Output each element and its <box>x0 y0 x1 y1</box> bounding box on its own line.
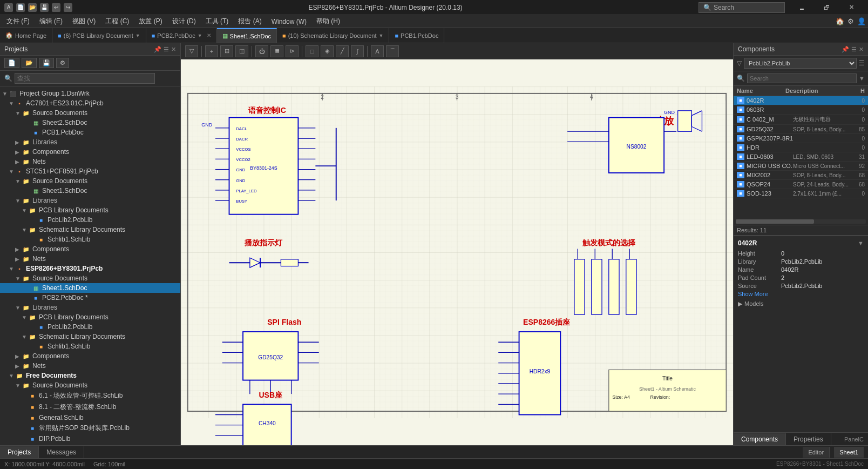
titlebar-search[interactable]: 🔍 Search <box>699 2 785 13</box>
tree-esp8266-pcblib-folder[interactable]: ▼ 📁 PCB Library Documents <box>0 312 180 322</box>
tree-free-docs[interactable]: ▼ 📁 Free Documents <box>0 371 180 380</box>
tree-ac7801-project[interactable]: ▼ ▪ AC7801+ES23.01C.PrjPcb <box>0 98 180 108</box>
filter-button[interactable]: ▽ <box>185 45 198 57</box>
tree-stc51-schlib-folder[interactable]: ▼ 📁 Schematic Library Documents <box>0 225 180 234</box>
comp-panel-close-icon[interactable]: ✕ <box>859 46 864 53</box>
menu-help[interactable]: 帮助 (H) <box>312 16 344 27</box>
show-more-link[interactable]: Show More <box>738 291 864 297</box>
project-search-input[interactable] <box>15 73 155 84</box>
tree-esp8266-schlib-folder[interactable]: ▼ 📁 Schematic Library Documents <box>0 332 180 341</box>
tree-stc51-libs[interactable]: ▼ 📁 Libraries <box>0 196 180 205</box>
tree-sheet2-schdoc[interactable]: ▦ Sheet2.SchDoc <box>0 118 180 128</box>
save-project-button[interactable]: 💾 <box>39 58 54 68</box>
rect-button[interactable]: □ <box>306 45 318 57</box>
tree-free-general-schlib[interactable]: ■ General.SchLib <box>0 413 180 423</box>
open-project-button[interactable]: 📂 <box>22 58 37 68</box>
component-search-input[interactable] <box>747 73 857 83</box>
comp-row-microusb[interactable]: ■ MICRO USB CO... Micro USB Connect... 9… <box>734 162 868 171</box>
comp-row-gspk[interactable]: ■ GSPK2307P-8R1W 0 <box>734 134 868 143</box>
tree-esp8266-project[interactable]: ▼ ▪ ESP8266+BY8301.PrjPcb <box>0 264 180 273</box>
menu-design[interactable]: 设计 (D) <box>168 16 200 27</box>
comp-row-0603r[interactable]: ■ 0603R 0 <box>734 105 868 115</box>
tab-pcb2[interactable]: ■ PCB2.PcbDoc ▼ ✕ <box>146 28 217 43</box>
comp-row-c0402m[interactable]: ■ C 0402_M 无极性贴片电容 0 <box>734 115 868 125</box>
comp-row-sod123[interactable]: ■ SOD-123 2.7x1.6X1.1mm (£... 0 <box>734 189 868 198</box>
tree-esp8266-sheet1[interactable]: ▦ Sheet1.SchDoc <box>0 283 180 293</box>
open-icon[interactable]: 📂 <box>28 3 37 12</box>
comp-row-qsop24[interactable]: ■ QSOP24 SOP, 24-Leads, Body... 68 <box>734 180 868 189</box>
tree-esp8266-pcb2[interactable]: ■ PCB2.PcbDoc * <box>0 293 180 303</box>
arc-button[interactable]: ⌒ <box>386 45 399 57</box>
comp-row-mix2002[interactable]: ■ MIX2002 SOP, 8-Leads, Body... 68 <box>734 171 868 180</box>
panel-close-icon[interactable]: ✕ <box>171 46 176 53</box>
tree-esp8266-pcblib2[interactable]: ■ PcbLib2.PcbLib <box>0 322 180 332</box>
tab-pcb-library[interactable]: ■ (6) PCB Library Document ▼ <box>52 28 146 43</box>
tab-pcb1[interactable]: ■ PCB1.PcbDoc <box>389 28 444 43</box>
save-icon[interactable]: 💾 <box>40 3 49 12</box>
tab-pcb2-close[interactable]: ✕ <box>207 32 211 38</box>
tree-ac7801-components[interactable]: ▶ 📁 Components <box>0 147 180 157</box>
place-button[interactable]: ◈ <box>321 45 334 57</box>
new-icon[interactable]: 📄 <box>16 3 25 12</box>
tab-components[interactable]: Components <box>734 433 786 445</box>
library-dropdown[interactable]: PcbLib2.PcbLib <box>744 58 857 69</box>
text-button[interactable]: A <box>371 45 384 57</box>
scrollbar-thumb[interactable] <box>736 219 814 224</box>
undo-icon[interactable]: ↩ <box>52 3 60 12</box>
tab-sch-lib-arrow[interactable]: ▼ <box>379 33 384 38</box>
tree-pcb1-pcbdoc[interactable]: ■ PCB1.PcbDoc <box>0 128 180 137</box>
comp-row-0402r[interactable]: ■ 0402R 0 <box>734 96 868 105</box>
menu-project[interactable]: 工程 (C) <box>101 16 133 27</box>
detail-expand-icon[interactable]: ▼ <box>858 240 864 246</box>
filter-icon[interactable]: ▽ <box>737 59 742 67</box>
tree-free-schlib2[interactable]: ■ 8.1 - 二极管-整流桥.SchLib <box>0 401 180 413</box>
tree-stc51-pcblib-folder[interactable]: ▼ 📁 PCB Library Documents <box>0 205 180 215</box>
tab-pcb2-arrow[interactable]: ▼ <box>198 33 202 38</box>
minimize-button[interactable]: 🗕 <box>789 0 814 15</box>
tab-properties[interactable]: Properties <box>786 433 831 445</box>
tree-stc51-source[interactable]: ▼ 📁 Source Documents <box>0 176 180 186</box>
tree-esp8266-nets[interactable]: ▶ 📁 Nets <box>0 361 180 371</box>
tree-stc51-sheet1[interactable]: ▦ Sheet1.SchDoc <box>0 186 180 196</box>
tree-stc51-components[interactable]: ▶ 📁 Components <box>0 244 180 254</box>
tab-sheet1[interactable]: ▦ Sheet1.SchDoc <box>217 28 277 43</box>
net-label-button[interactable]: ≣ <box>270 45 283 57</box>
panel-pin-icon[interactable]: 📌 <box>154 46 161 53</box>
tree-stc51-pcblib2[interactable]: ■ PcbLib2.PcbLib <box>0 215 180 225</box>
comp-panel-menu-icon[interactable]: ☰ <box>851 46 857 53</box>
tab-projects-bottom[interactable]: Projects <box>0 446 39 458</box>
comp-row-led0603[interactable]: ■ LED-0603 LED, SMD, 0603 31 <box>734 152 868 162</box>
project-settings-button[interactable]: ⚙ <box>56 58 69 68</box>
comp-panel-pin-icon[interactable]: 📌 <box>842 46 849 53</box>
models-expand[interactable]: ▶ Models <box>738 300 864 307</box>
tab-home[interactable]: 🏠 Home Page <box>0 28 52 43</box>
menu-tools[interactable]: 工具 (T) <box>201 16 233 27</box>
tree-esp8266-libs[interactable]: ▼ 📁 Libraries <box>0 303 180 312</box>
add-wire-button[interactable]: + <box>205 45 218 57</box>
sheet1-tab[interactable]: Sheet1 <box>834 447 864 458</box>
tree-esp8266-schlib1[interactable]: ■ Schlib1.SchLib <box>0 341 180 351</box>
menu-reports[interactable]: 报告 (A) <box>234 16 266 27</box>
panel-menu-icon[interactable]: ☰ <box>164 46 169 53</box>
menu-place[interactable]: 放置 (P) <box>134 16 166 27</box>
tree-stc51-nets[interactable]: ▶ 📁 Nets <box>0 254 180 264</box>
add-junction-button[interactable]: ◫ <box>235 45 248 57</box>
editor-tab[interactable]: Editor <box>803 447 830 458</box>
tree-stc51-project[interactable]: ▼ ▪ STC51+PCF8591.PrjPcb <box>0 166 180 176</box>
schematic-canvas[interactable]: 2 3 4 语音控制IC <box>181 59 733 445</box>
tree-stc51-schlib1[interactable]: ■ Schlib1.SchLib <box>0 234 180 244</box>
add-bus-button[interactable]: ⊞ <box>220 45 233 57</box>
settings-icon[interactable]: ⚙ <box>847 17 854 25</box>
comp-search-expand-icon[interactable]: ▼ <box>859 75 865 82</box>
tree-free-schlib1[interactable]: ■ 6.1 - 场效应管-可控硅.SchLib <box>0 390 180 401</box>
tab-pcb-lib-arrow[interactable]: ▼ <box>135 33 140 38</box>
tree-esp8266-source[interactable]: ▼ 📁 Source Documents <box>0 273 180 283</box>
comp-row-hdr[interactable]: ■ HDR 0 <box>734 143 868 152</box>
comp-row-gd25q32[interactable]: ■ GD25Q32 SOP, 8-Leads, Body... 85 <box>734 125 868 134</box>
tab-messages-bottom[interactable]: Messages <box>39 446 84 458</box>
user-icon[interactable]: 👤 <box>857 17 866 25</box>
tree-free-source[interactable]: ▼ 📁 Source Documents <box>0 380 180 390</box>
restore-button[interactable]: 🗗 <box>814 0 839 15</box>
tree-esp8266-components[interactable]: ▶ 📁 Components <box>0 351 180 361</box>
menu-edit[interactable]: 编辑 (E) <box>35 16 67 27</box>
